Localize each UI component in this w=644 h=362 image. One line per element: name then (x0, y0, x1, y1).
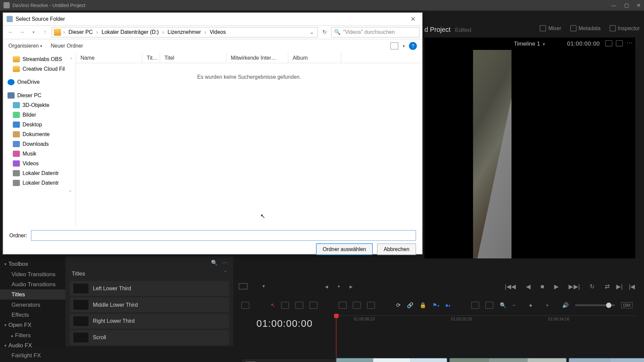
tree-item[interactable]: OneDrive (3, 77, 75, 87)
refresh-icon[interactable]: ↻ (320, 29, 329, 35)
audiofx-node[interactable]: ▾Audio FX (0, 340, 65, 350)
last-frame-icon[interactable]: ▶▶| (569, 283, 580, 290)
breadcrumb[interactable]: ›Dieser PC ›Lokaler Datenträger (D:) ›Li… (52, 27, 318, 38)
chevron-down-icon[interactable]: ⌄ (308, 29, 316, 35)
dynamic-trim-icon[interactable] (295, 302, 303, 309)
next-edit-icon[interactable]: ▸ (350, 283, 353, 290)
mixer-button[interactable]: Mixer (540, 25, 561, 31)
out-icon[interactable]: |◀ (629, 283, 635, 290)
stop-icon[interactable]: ■ (540, 283, 544, 290)
tree-item[interactable]: Dieser PC (3, 90, 75, 100)
minimize-icon[interactable]: — (611, 2, 616, 8)
title-item[interactable]: Left Lower Third (70, 281, 229, 296)
titles-node[interactable]: Titles (0, 289, 65, 299)
title-item[interactable]: Middle Lower Third (70, 297, 229, 312)
breadcrumb-item[interactable]: Dieser PC (67, 29, 94, 35)
inspector-button[interactable]: Inspector (609, 25, 640, 31)
fairlight-node[interactable]: Fairlight FX (0, 350, 65, 360)
tree-item[interactable]: 3D-Objekte (3, 100, 75, 110)
title-item[interactable]: Right Lower Third (70, 314, 229, 329)
metadata-button[interactable]: Metadata (570, 25, 601, 31)
maximize-icon[interactable]: ▢ (624, 2, 629, 8)
lock-icon[interactable]: 🔒 (420, 302, 426, 308)
close-icon[interactable]: ✕ (637, 2, 641, 8)
search-tl-icon[interactable] (471, 302, 479, 309)
help-icon[interactable]: ? (409, 42, 417, 50)
tree-item[interactable]: Videos (3, 159, 75, 168)
dialog-close-icon[interactable]: ✕ (408, 15, 419, 22)
toolbox-node[interactable]: ▾Toolbox (0, 259, 65, 269)
tree-item[interactable]: Dokumente (3, 129, 75, 139)
overwrite-icon[interactable] (353, 302, 361, 309)
effects-node[interactable]: Effects (0, 310, 65, 320)
search-icon[interactable]: 🔍 (211, 260, 218, 266)
layout-icon[interactable] (616, 40, 623, 46)
timeline-ruler[interactable]: 01:00:06:23 01:00:20:20 01:00:34:16 01:0… (336, 315, 635, 327)
zoom-out-icon[interactable]: 🔍 (500, 302, 506, 308)
video-transitions-node[interactable]: Video Transitions (0, 269, 65, 279)
play-icon[interactable]: ▶ (554, 283, 559, 290)
link-icon[interactable]: 🔗 (407, 302, 414, 308)
panel-menu-icon[interactable]: ⋯ (222, 260, 227, 266)
generators-node[interactable]: Generators (0, 300, 65, 310)
breadcrumb-item[interactable]: Lokaler Datenträger (D:) (100, 29, 160, 35)
video-track-header[interactable]: V1Video 1 🔒 ◻ ▭ 3 Clips (242, 360, 335, 362)
chevron-down-icon[interactable]: ▾ (403, 44, 405, 48)
new-folder-button[interactable]: Neuer Ordner (51, 43, 83, 49)
loop-icon[interactable]: ↻ (590, 283, 595, 290)
tree-item[interactable]: Desktop (3, 120, 75, 129)
column-headers[interactable]: Name Tit… Titel Mitwirkende Inter… Album (76, 53, 422, 63)
cancel-button[interactable]: Abbrechen (377, 243, 416, 255)
prev-edit-icon[interactable]: ◂ (325, 283, 328, 290)
organize-button[interactable]: Organisieren▾ (8, 43, 42, 49)
volume-icon[interactable]: 🔊 (562, 302, 569, 308)
tree-item[interactable]: Streamlabs OBS⌃ (3, 54, 75, 64)
selection-tool-icon[interactable]: ↖ (271, 302, 275, 308)
zoom-plus-icon[interactable]: + (546, 302, 549, 308)
tree-item[interactable]: Lokaler Datentr (3, 178, 75, 188)
chevron-down-icon[interactable]: ▼ (262, 284, 266, 288)
filters-node[interactable]: ▸Filters (0, 330, 65, 340)
history-icon[interactable]: ▾ (29, 27, 39, 37)
viewer-video[interactable] (473, 50, 512, 258)
forward-icon[interactable]: → (17, 27, 27, 37)
breadcrumb-item[interactable]: Videos (208, 29, 227, 35)
titles-section-header[interactable]: Titles⌃ (70, 268, 229, 280)
trim-tool-icon[interactable] (281, 302, 289, 309)
insert-icon[interactable] (339, 302, 347, 309)
match-frame-icon[interactable]: ⇄ (605, 283, 610, 290)
video-clip[interactable]: DaVinci Resolve Clips (2).mp4 (449, 358, 567, 362)
select-folder-button[interactable]: Ordner auswählen (316, 243, 373, 255)
file-list[interactable]: Name Tit… Titel Mitwirkende Inter… Album… (76, 53, 422, 228)
zoom-fit-icon[interactable] (485, 302, 493, 309)
bypass-icon[interactable] (605, 40, 612, 46)
retime-icon[interactable]: ⟳ (396, 302, 400, 308)
zoom-minus-icon[interactable]: − (513, 302, 516, 308)
first-frame-icon[interactable]: |◀◀ (505, 283, 516, 290)
volume-slider[interactable] (575, 304, 615, 306)
playhead[interactable] (336, 314, 336, 362)
blade-tool-icon[interactable] (310, 302, 318, 309)
back-icon[interactable]: ← (6, 27, 15, 37)
marker-icon[interactable]: ●▾ (445, 302, 450, 308)
timeline-view-icon[interactable] (241, 302, 250, 309)
search-input[interactable]: 🔍 "Videos" durchsuchen (331, 27, 420, 38)
tree-item[interactable]: Downloads (3, 139, 75, 149)
prev-frame-icon[interactable]: ◀ (526, 283, 531, 290)
viewer-menu-icon[interactable]: ⋯ (627, 40, 633, 46)
audio-transitions-node[interactable]: Audio Transitions (0, 279, 65, 289)
viewer-title[interactable]: Timeline 1▼ (424, 40, 635, 47)
view-mode-icon[interactable] (390, 43, 398, 50)
viewer-mode-icon[interactable] (239, 283, 248, 289)
next-clip-icon[interactable]: ▶| (616, 283, 623, 290)
openfx-node[interactable]: ▾Open FX (0, 320, 65, 330)
tree-item[interactable]: Bilder (3, 110, 75, 120)
flag-icon[interactable]: ⚑▾ (432, 302, 439, 308)
marker-dot-icon[interactable]: • (338, 283, 340, 290)
tree-item[interactable]: Creative Cloud Fil (3, 64, 75, 74)
breadcrumb-item[interactable]: Lizenznehmer (166, 29, 202, 35)
dim-button[interactable]: DIM (621, 302, 633, 308)
tree-item[interactable]: Musik (3, 149, 75, 159)
video-clip[interactable]: DaVinci Resolve Clips (3).mp4 (336, 358, 447, 362)
video-clip[interactable]: DaVinci Resolve Clips (1).mp4 (569, 358, 644, 362)
